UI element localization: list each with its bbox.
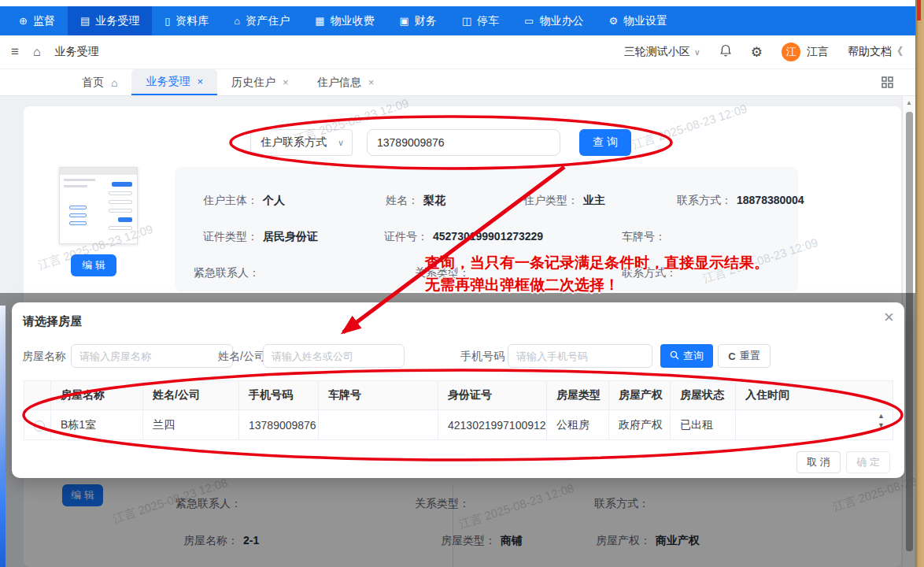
nav-item-business-acceptance[interactable]: ▤业务受理	[68, 6, 152, 35]
cell-move-in-time	[736, 410, 893, 440]
screen-edge-strip	[915, 0, 924, 567]
annotation-line-2: 无需再弹出弹框做二次选择！	[425, 274, 897, 296]
caret-down-icon[interactable]: ▼	[878, 422, 885, 429]
gear-icon[interactable]: ⚙	[751, 44, 763, 61]
nav-label: 物业收费	[331, 14, 375, 28]
nav-label: 资产住户	[246, 14, 290, 28]
community-selector[interactable]: 三轮测试小区∨	[624, 45, 700, 59]
field-value: 居民身份证	[263, 230, 318, 243]
thumb-field	[109, 191, 132, 195]
phone-input[interactable]	[508, 344, 652, 368]
name-company-input[interactable]	[263, 344, 405, 368]
user-name: 江言	[807, 45, 829, 59]
user-menu[interactable]: 江 江言	[782, 43, 829, 61]
nav-label: 停车	[477, 14, 499, 28]
resident-photo-thumbnail[interactable]	[59, 167, 138, 244]
col-id-number: 身份证号	[438, 381, 547, 410]
radio-cell	[24, 410, 51, 440]
edit-button[interactable]: 编 辑	[71, 254, 116, 276]
cancel-button[interactable]: 取 消	[796, 451, 841, 473]
dialog-title: 请选择房屋	[23, 314, 82, 329]
notification-bell-icon[interactable]	[719, 44, 732, 60]
field-label: 住户类型：	[523, 194, 578, 206]
scrollbar-up-icon[interactable]: ▲	[906, 99, 912, 106]
thumb-field	[109, 209, 132, 213]
col-name-company: 姓名/公司	[143, 381, 239, 410]
fee-icon: ▦	[315, 15, 324, 27]
search-field-select[interactable]: 住户联系方式 ∨	[250, 129, 353, 156]
modal-query-button[interactable]: 查询	[660, 344, 713, 368]
row-radio[interactable]	[34, 421, 45, 432]
top-navbar: ⊕监督 ▤业务受理 ▯资料库 ⌂资产住户 ▦物业收费 ▣财务 ◫停车 ▭物业办公…	[0, 6, 915, 35]
caret-up-icon[interactable]: ▲	[878, 413, 885, 420]
nav-label: 监督	[33, 14, 55, 28]
search-icon	[670, 350, 679, 362]
field-value: 18878380004	[737, 194, 804, 206]
thumb-button	[112, 182, 132, 187]
thumb-chip	[69, 213, 87, 217]
tab-history-residents[interactable]: 历史住户×	[217, 69, 303, 95]
reset-icon: C	[728, 350, 735, 362]
tab-label: 首页	[82, 76, 104, 90]
tab-home[interactable]: 首页⌂	[68, 69, 131, 95]
tab-resident-info[interactable]: 住户信息×	[303, 69, 389, 95]
parking-icon: ◫	[462, 15, 471, 27]
search-input[interactable]	[367, 129, 560, 156]
query-button[interactable]: 查 询	[579, 129, 631, 156]
nav-item-finance[interactable]: ▣财务	[387, 6, 449, 35]
house-name-input[interactable]	[71, 344, 233, 368]
chevron-down-icon: ∨	[694, 47, 700, 57]
cell-phone: 13789009876	[239, 410, 319, 440]
cell-id-number: 421302199710091211	[438, 410, 547, 440]
info-row-2: 证件类型：居民身份证 证件号：452730199901273229 车牌号：	[175, 229, 798, 245]
tab-label: 业务受理	[146, 75, 190, 89]
thumb-field	[109, 200, 132, 204]
selected-option: 住户联系方式	[261, 135, 327, 150]
close-icon[interactable]: ×	[283, 76, 289, 88]
menu-fold-icon[interactable]: ≡	[11, 44, 19, 60]
nav-label: 物业办公	[539, 14, 583, 28]
nav-item-parking[interactable]: ◫停车	[449, 6, 512, 35]
nav-item-property-fees[interactable]: ▦物业收费	[302, 6, 386, 35]
nav-item-property-settings[interactable]: ⚙物业设置	[596, 6, 680, 35]
settings-icon: ⚙	[608, 15, 618, 27]
col-house-status: 房屋状态	[671, 381, 736, 410]
col-house-type: 房屋类型	[547, 381, 609, 410]
confirm-button[interactable]: 确 定	[846, 451, 890, 473]
cell-house-type: 公租房	[547, 410, 609, 440]
modal-reset-button[interactable]: C 重置	[718, 344, 771, 368]
breadcrumb: 业务受理	[55, 45, 99, 59]
table-scroll-spinner: ▲ ▼	[878, 413, 885, 429]
home-icon[interactable]: ⌂	[33, 45, 41, 59]
close-icon[interactable]: ×	[884, 309, 894, 326]
help-doc-link[interactable]: 帮助文档《	[848, 45, 903, 59]
field-value: 梨花	[423, 194, 445, 206]
avatar: 江	[782, 43, 800, 61]
table-row[interactable]: B栋1室 兰四 13789009876 421302199710091211 公…	[24, 410, 893, 440]
nav-item-supervision[interactable]: ⊕监督	[6, 6, 68, 35]
cell-name-company: 兰四	[143, 410, 239, 440]
field-label: 联系方式：	[677, 194, 732, 206]
annotation-line-1: 查询，当只有一条记录满足条件时，直接显示结果。	[425, 252, 897, 274]
finance-icon: ▣	[400, 15, 409, 27]
nav-item-property-office[interactable]: ▭物业办公	[512, 6, 596, 35]
nav-item-library[interactable]: ▯资料库	[152, 6, 221, 35]
thumb-field	[109, 226, 132, 230]
nav-label: 业务受理	[95, 14, 139, 28]
supervision-icon: ⊕	[19, 15, 28, 27]
nav-item-assets-residents[interactable]: ⌂资产住户	[221, 6, 302, 35]
select-house-dialog: 请选择房屋 × 房屋名称： 姓名/公司： 手机号码： 查询 C 重置 房屋名称 …	[12, 302, 904, 478]
button-label: 重置	[740, 349, 760, 363]
radio-column-header	[24, 381, 51, 410]
app-header: ≡ ⌂ 业务受理 三轮测试小区∨ ⚙ 江 江言 帮助文档《	[0, 35, 915, 69]
library-icon: ▯	[164, 15, 170, 27]
close-icon[interactable]: ×	[368, 76, 375, 88]
community-name: 三轮测试小区	[624, 45, 690, 57]
tab-business-acceptance[interactable]: 业务受理×	[131, 69, 217, 95]
col-house-name: 房屋名称	[51, 381, 143, 410]
grid-layout-icon[interactable]	[881, 76, 893, 91]
nav-label: 资料库	[176, 14, 209, 28]
field-value: 个人	[263, 194, 285, 206]
close-icon[interactable]: ×	[197, 76, 203, 87]
cell-ownership: 政府产权	[609, 410, 671, 440]
